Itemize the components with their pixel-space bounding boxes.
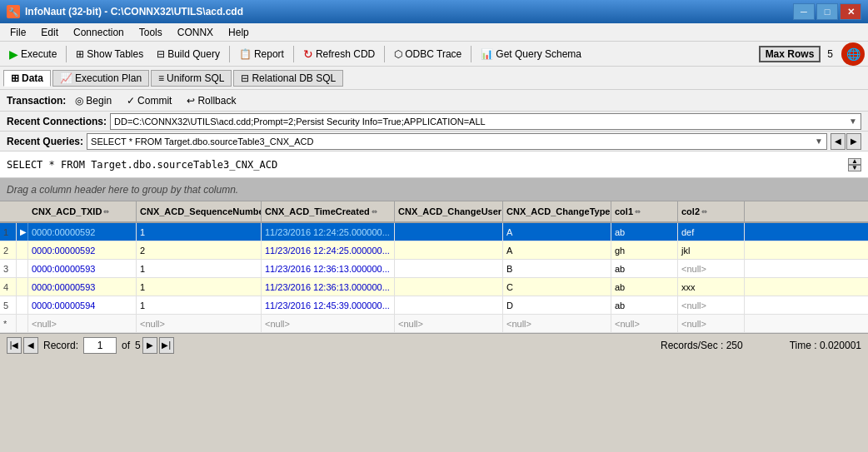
row-arrow-3 (17, 260, 28, 277)
cell-col2-1: def (678, 223, 745, 241)
query-nav-prev[interactable]: ◀ (831, 133, 846, 150)
cell-changeuser-star: <null> (395, 315, 503, 332)
tab-uniform-sql[interactable]: ≡ Uniform SQL (151, 70, 232, 87)
query-nav-next[interactable]: ▶ (846, 133, 861, 150)
row-arrow-5 (17, 296, 28, 314)
queries-dropdown[interactable]: SELECT * FROM Target.dbo.sourceTable3_CN… (87, 133, 827, 150)
connections-dropdown-arrow: ▼ (849, 117, 857, 126)
exec-plan-icon: 📈 (60, 72, 72, 84)
cell-changeuser-3 (395, 260, 503, 277)
cell-timecreated-2: 11/23/2016 12:24:25.000000... (262, 241, 395, 259)
queries-dropdown-arrow: ▼ (815, 137, 823, 146)
cell-changetype-5: D (503, 296, 611, 314)
cell-col1-2: gh (611, 241, 678, 259)
cell-timecreated-star: <null> (262, 315, 395, 332)
cell-col2-4: xxx (678, 278, 745, 296)
max-rows-button[interactable]: Max Rows (759, 46, 821, 62)
app-corner-icon: 🌐 (841, 42, 865, 66)
col-header-changeuser[interactable]: CNX_ACD_ChangeUser ⇔ (395, 201, 503, 221)
menu-help[interactable]: Help (222, 25, 256, 40)
window-title: InfoNaut (32-bit) - C:\CONNX32\UTILS\acd… (25, 6, 243, 17)
col-header-timecreated[interactable]: CNX_ACD_TimeCreated ⇔ (262, 201, 395, 221)
cell-changeuser-4 (395, 278, 503, 296)
menu-connection[interactable]: Connection (67, 25, 131, 40)
cell-col1-4: ab (611, 278, 678, 296)
nav-prev-button[interactable]: ◀ (23, 337, 38, 354)
col-header-col2[interactable]: col2 ⇔ (678, 201, 745, 221)
cell-txid-2: 0000:00000592 (28, 241, 137, 259)
menu-file[interactable]: File (3, 25, 32, 40)
cell-col1-3: ab (611, 260, 678, 277)
table-row[interactable]: 2 0000:00000592 2 11/23/2016 12:24:25.00… (0, 241, 868, 260)
row-arrow-1: ▶ (17, 223, 28, 241)
connections-dropdown[interactable]: DD=C:\CONNX32\UTILS\acd.cdd;Prompt=2;Per… (110, 113, 861, 130)
grid-header: CNX_ACD_TXID ⇔ CNX_ACD_SequenceNumber ⇔ … (0, 201, 868, 223)
cell-seqnum-3: 1 (137, 260, 262, 277)
sql-scroll-down[interactable]: ▼ (848, 165, 861, 171)
nav-first-button[interactable]: |◀ (7, 337, 22, 354)
sql-text: SELECT * FROM Target.dbo.sourceTable3_CN… (7, 159, 848, 171)
table-row[interactable]: 5 0000:00000594 1 11/23/2016 12:45:39.00… (0, 296, 868, 315)
begin-icon: ◎ (75, 95, 83, 107)
record-navigation: |◀ ◀ Record: of 5 ▶ ▶| (7, 337, 174, 354)
report-button[interactable]: 📋 Report (233, 46, 290, 62)
close-button[interactable]: ✕ (840, 3, 861, 20)
minimize-button[interactable]: ─ (793, 3, 815, 20)
nav-next-button[interactable]: ▶ (142, 337, 157, 354)
recent-queries-row: Recent Queries: SELECT * FROM Target.dbo… (0, 132, 868, 151)
menu-edit[interactable]: Edit (34, 25, 65, 40)
row-num-2: 2 (0, 241, 17, 259)
col-header-changetype[interactable]: CNX_ACD_ChangeType ⇔ (503, 201, 611, 221)
recent-connections-label: Recent Connections: (7, 116, 107, 127)
rollback-button[interactable]: ↩ Rollback (181, 92, 242, 109)
col-header-seqnum[interactable]: CNX_ACD_SequenceNumber ⇔ (137, 201, 262, 221)
schema-icon: 📊 (481, 48, 493, 60)
tabs-toolbar: ⊞ Data 📈 Execution Plan ≡ Uniform SQL ⊟ … (0, 67, 868, 90)
tab-relational-db-sql[interactable]: ⊟ Relational DB SQL (233, 70, 343, 87)
execute-button[interactable]: ▶ Execute (3, 45, 62, 63)
tab-execution-plan[interactable]: 📈 Execution Plan (52, 70, 149, 87)
show-tables-button[interactable]: ⊞ Show Tables (70, 46, 149, 62)
get-query-schema-button[interactable]: 📊 Get Query Schema (475, 46, 587, 62)
row-num-5: 5 (0, 296, 17, 314)
row-num-1: 1 (0, 223, 17, 241)
table-row[interactable]: 1 ▶ 0000:00000592 1 11/23/2016 12:24:25.… (0, 223, 868, 241)
menu-connx[interactable]: CONNX (171, 25, 220, 40)
data-tab-icon: ⊞ (11, 72, 19, 84)
build-query-button[interactable]: ⊟ Build Query (151, 46, 226, 62)
recent-queries-label: Recent Queries: (7, 136, 83, 147)
menu-tools[interactable]: Tools (132, 25, 169, 40)
tab-data[interactable]: ⊞ Data (3, 70, 51, 87)
toolbar-separator-5 (471, 46, 471, 62)
cell-col1-star: <null> (611, 315, 678, 332)
sql-editor[interactable]: SELECT * FROM Target.dbo.sourceTable3_CN… (0, 151, 868, 178)
cell-txid-1: 0000:00000592 (28, 223, 137, 241)
table-row[interactable]: 3 0000:00000593 1 11/23/2016 12:36:13.00… (0, 260, 868, 278)
cell-timecreated-1: 11/23/2016 12:24:25.000000... (262, 223, 395, 241)
begin-button[interactable]: ◎ Begin (69, 92, 117, 109)
record-input[interactable] (83, 337, 117, 354)
nav-last-button[interactable]: ▶| (159, 337, 174, 354)
cell-txid-5: 0000:00000594 (28, 296, 137, 314)
commit-icon: ✓ (127, 95, 135, 107)
table-row[interactable]: 4 0000:00000593 1 11/23/2016 12:36:13.00… (0, 278, 868, 296)
cell-changeuser-2 (395, 241, 503, 259)
total-records: 5 (135, 340, 141, 351)
transaction-label: Transaction: (7, 95, 66, 107)
cell-seqnum-4: 1 (137, 278, 262, 296)
odbc-trace-button[interactable]: ⬡ ODBC Trace (388, 46, 467, 62)
cell-changetype-1: A (503, 223, 611, 241)
table-row[interactable]: * <null> <null> <null> <null> <null> <nu… (0, 315, 868, 333)
cell-seqnum-5: 1 (137, 296, 262, 314)
commit-button[interactable]: ✓ Commit (121, 92, 177, 109)
execute-icon: ▶ (9, 47, 18, 61)
cell-col1-1: ab (611, 223, 678, 241)
cell-txid-star: <null> (28, 315, 137, 332)
maximize-button[interactable]: □ (816, 3, 838, 20)
cell-timecreated-5: 11/23/2016 12:45:39.000000... (262, 296, 395, 314)
time-display: Time : 0.020001 (790, 340, 861, 351)
cell-changetype-star: <null> (503, 315, 611, 332)
refresh-cdd-button[interactable]: ↻ Refresh CDD (297, 45, 381, 63)
col-header-col1[interactable]: col1 ⇔ (611, 201, 678, 221)
col-header-txid[interactable]: CNX_ACD_TXID ⇔ (28, 201, 137, 221)
